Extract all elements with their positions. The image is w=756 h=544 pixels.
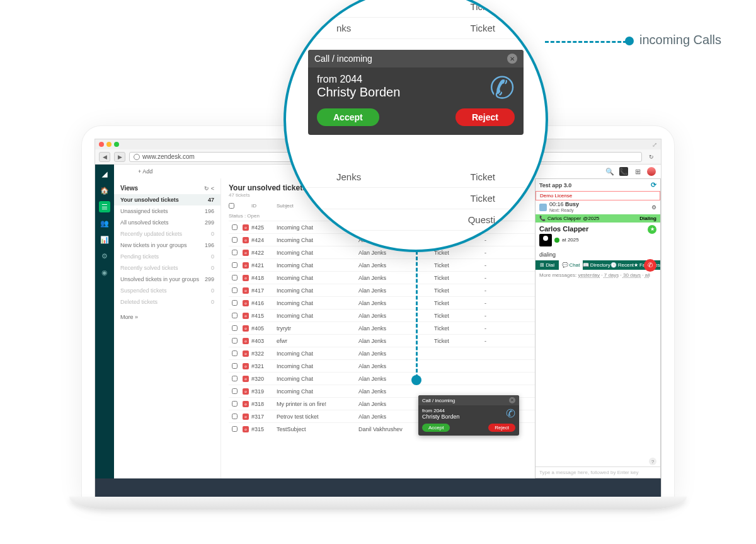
row-checkbox[interactable] — [232, 224, 238, 230]
ticket-row[interactable]: o#320Incoming ChatAlan Jenks — [229, 372, 535, 385]
row-checkbox[interactable] — [232, 401, 238, 407]
popup-caller-name: Christy Borden — [422, 414, 515, 420]
tab-icon: ⊞ — [540, 262, 544, 268]
more-messages-link[interactable]: 30 days — [623, 272, 641, 278]
users-icon[interactable]: 👥 — [99, 217, 110, 229]
back-button[interactable]: ◀ — [99, 152, 110, 162]
chat-input[interactable]: Type a message here, followed by Enter k… — [536, 466, 660, 478]
row-checkbox[interactable] — [232, 287, 238, 293]
panel-tab[interactable]: 💬 Chat — [559, 260, 582, 270]
avatar[interactable] — [647, 167, 656, 176]
view-item[interactable]: New tickets in your groups196 — [114, 240, 220, 251]
view-item[interactable]: Pending tickets0 — [114, 251, 220, 262]
row-checkbox[interactable] — [232, 338, 238, 344]
status-badge: o — [243, 376, 249, 382]
reject-button[interactable]: Reject — [488, 424, 515, 432]
close-dot[interactable] — [99, 142, 104, 147]
gear-icon[interactable]: ⚙ — [651, 204, 656, 211]
ticket-row[interactable]: o#415Incoming ChatAlan JenksTicket- — [229, 309, 535, 321]
more-messages-link[interactable]: yesterday — [578, 272, 600, 278]
row-checkbox[interactable] — [232, 363, 238, 369]
grid-icon[interactable]: ⊞ — [633, 167, 642, 176]
row-checkbox[interactable] — [232, 388, 238, 394]
expand-icon[interactable]: ⤢ — [652, 141, 657, 148]
more-messages-link[interactable]: all — [645, 272, 650, 278]
ticket-row[interactable]: o#322Incoming ChatAlan Jenks — [229, 347, 535, 359]
min-dot[interactable] — [106, 142, 112, 147]
home-icon[interactable]: 🏠 — [99, 185, 110, 196]
refresh-views-icon[interactable]: ↻ < — [204, 185, 214, 192]
row-checkbox[interactable] — [232, 376, 238, 381]
app-footer-bar — [95, 478, 661, 497]
reject-button[interactable]: Reject — [455, 108, 515, 126]
popup-title: Call / incoming — [422, 398, 455, 403]
row-checkbox[interactable] — [232, 237, 238, 243]
panel-tab[interactable]: ⊞ Dial — [536, 260, 559, 270]
panel-tab[interactable]: 📖 Directory — [583, 260, 610, 270]
row-checkbox[interactable] — [232, 350, 238, 356]
view-item[interactable]: Recently solved tickets0 — [114, 262, 220, 274]
close-icon[interactable]: ✕ — [507, 54, 517, 64]
view-item[interactable]: All unsolved tickets299 — [114, 217, 220, 228]
phone-app-icon[interactable]: 📞 — [619, 167, 628, 176]
ticket-row[interactable]: o#417Incoming ChatAlan JenksTicket- — [229, 284, 535, 296]
row-checkbox[interactable] — [232, 275, 238, 281]
ticket-row[interactable]: o#321Incoming ChatAlan Jenks — [229, 359, 535, 372]
status-badge: o — [243, 250, 249, 256]
more-messages-link[interactable]: 7 days — [604, 272, 619, 278]
phone-icon: ✆ — [490, 70, 515, 105]
view-item[interactable]: Unsolved tickets in your groups299 — [114, 274, 220, 285]
hangup-button[interactable]: ✆ — [644, 259, 656, 272]
connector-dot — [411, 375, 421, 385]
more-views[interactable]: More » — [114, 308, 220, 327]
status-badge: o — [243, 313, 249, 319]
reports-icon[interactable]: 📊 — [99, 234, 110, 245]
ticket-row[interactable]: o#403efwrAlan JenksTicket- — [229, 334, 535, 347]
forward-button[interactable]: ▶ — [114, 152, 125, 162]
view-item[interactable]: Recently updated tickets0 — [114, 228, 220, 240]
ticket-row[interactable]: o#405tryrytrAlan JenksTicket- — [229, 321, 535, 334]
accept-button[interactable]: Accept — [422, 424, 450, 432]
view-item[interactable]: Unassigned tickets196 — [114, 205, 220, 217]
status-badge: o — [243, 338, 249, 344]
row-checkbox[interactable] — [232, 262, 238, 268]
row-checkbox[interactable] — [232, 250, 238, 255]
view-item[interactable]: Your unsolved tickets47 — [114, 194, 220, 205]
panel-app-name: Test app 3.0 — [539, 182, 571, 188]
ticket-row[interactable]: o#421Incoming ChatAlan JenksTicket- — [229, 258, 535, 271]
caller-avatar-icon — [539, 234, 552, 246]
col-id[interactable]: ID — [251, 203, 277, 210]
apps-icon[interactable]: ◉ — [99, 267, 110, 278]
row-checkbox[interactable] — [232, 313, 238, 318]
accept-button[interactable]: Accept — [317, 108, 379, 126]
logo-icon[interactable]: ◢ — [99, 168, 110, 180]
add-tab[interactable]: + Add — [138, 168, 152, 175]
ticket-row[interactable]: o#416Incoming ChatAlan JenksTicket- — [229, 296, 535, 309]
views-icon[interactable]: ☰ — [99, 201, 110, 212]
tab-icon: 📖 — [583, 262, 589, 268]
help-icon[interactable]: ? — [649, 458, 656, 465]
nav-iconbar: ◢ 🏠 ☰ 👥 📊 ⚙ ◉ — [95, 165, 114, 478]
connector-line — [416, 251, 418, 378]
settings-icon[interactable]: ⚙ — [99, 250, 110, 262]
row-checkbox[interactable] — [232, 300, 238, 306]
popup-from-zoom: from 2044 — [317, 74, 515, 85]
search-icon[interactable]: 🔍 — [605, 167, 614, 176]
reload-button[interactable]: ↻ — [646, 152, 657, 162]
panel-refresh-icon[interactable]: ⟳ — [651, 181, 656, 189]
status-badge: o — [243, 426, 249, 432]
favorite-star-icon[interactable]: ★ — [648, 225, 656, 234]
select-all-checkbox[interactable] — [229, 203, 234, 209]
status-badge: o — [243, 287, 249, 294]
dialing-bar: 📞Carlos Clapper @2025 Dialing — [536, 214, 660, 223]
view-item[interactable]: Suspended tickets0 — [114, 285, 220, 296]
panel-tab[interactable]: 🕒 Recent — [610, 260, 634, 270]
agent-status-row[interactable]: 00:16 Busy Next: Ready ⚙ — [536, 200, 660, 214]
row-checkbox[interactable] — [232, 414, 238, 419]
row-checkbox[interactable] — [232, 426, 238, 432]
ticket-row[interactable]: o#418Incoming ChatAlan JenksTicket- — [229, 271, 535, 284]
row-checkbox[interactable] — [232, 325, 238, 331]
close-icon[interactable]: ✕ — [509, 397, 515, 403]
view-item[interactable]: Deleted tickets0 — [114, 296, 220, 308]
max-dot[interactable] — [114, 142, 119, 147]
